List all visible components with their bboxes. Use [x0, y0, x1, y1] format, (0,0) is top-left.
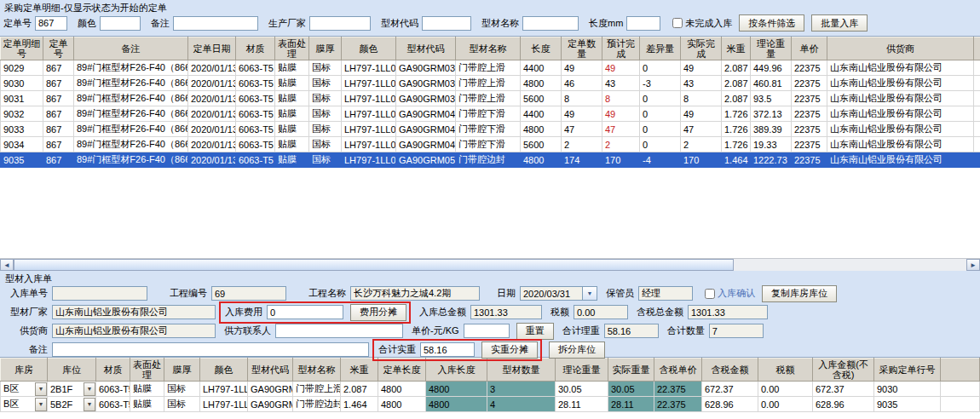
total-with-tax-field[interactable] [688, 305, 768, 319]
column-header[interactable]: 米重 [341, 359, 378, 382]
grid-cell[interactable]: GA90GRM04 [396, 137, 456, 152]
grid-cell[interactable]: B区▼ [1, 397, 48, 412]
column-header[interactable]: 型材名称 [456, 37, 521, 60]
chevron-down-icon[interactable]: ▼ [35, 382, 47, 396]
grid-cell[interactable]: LH797-1LL0 [342, 122, 396, 137]
grid-cell[interactable]: GA90GRM03 [396, 60, 456, 76]
scroll-right-icon[interactable]: ► [966, 259, 980, 271]
grid-cell[interactable]: 9031 [1, 91, 43, 106]
grid-cell[interactable]: 170 [602, 152, 640, 168]
keeper-field[interactable] [638, 286, 693, 301]
grid-cell[interactable]: 国标 [309, 76, 342, 91]
calendar-dropdown-icon[interactable]: ▼ [583, 286, 597, 301]
grid-cell[interactable]: 672.37 [702, 382, 758, 397]
grid-cell[interactable]: 628.96 [702, 397, 758, 412]
grid-cell[interactable]: 9035 [874, 397, 941, 412]
grid-cell[interactable]: 6063-T5 [236, 152, 275, 168]
grid-cell[interactable]: 174 [562, 152, 602, 168]
grid-cell[interactable]: 国标 [164, 382, 200, 397]
grid-cell[interactable]: 47 [681, 122, 722, 137]
project-no-field[interactable] [211, 286, 286, 301]
grid-cell[interactable]: 867 [43, 91, 74, 106]
grid-cell[interactable]: 门带腔边封 [456, 152, 521, 168]
grid-cell[interactable]: LH797-1LL0 [200, 382, 248, 397]
grid-cell[interactable]: 22375 [792, 76, 827, 91]
grid-cell[interactable] [974, 91, 980, 106]
grid-cell[interactable]: 89#门框型材F26-F40（866+867） [74, 122, 188, 137]
grid-cell[interactable]: 山东南山铝业股份有限公司 [827, 122, 974, 137]
grid-cell[interactable]: 9032 [1, 106, 43, 122]
grid-cell[interactable]: 28.11 [556, 397, 608, 412]
grid-cell[interactable]: 山东南山铝业股份有限公司 [827, 60, 974, 76]
grid-cell[interactable]: 93.5 [751, 91, 792, 106]
column-header[interactable]: 长度 [521, 37, 562, 60]
grid-cell[interactable]: GA90GRM03 [396, 91, 456, 106]
grid-cell[interactable]: 5600 [521, 137, 562, 152]
grid-cell[interactable]: 4800 [426, 382, 487, 397]
grid-cell[interactable]: 4400 [521, 106, 562, 122]
grid-cell[interactable]: 6063-T5 [236, 60, 275, 76]
column-header[interactable]: 含税单价 [654, 359, 702, 382]
grid-cell[interactable]: 6063-T5 [236, 122, 275, 137]
column-header[interactable]: 膜厚 [309, 37, 342, 60]
grid-cell[interactable]: 89#门框型材F26-F40（866+867） [74, 106, 188, 122]
column-header[interactable]: 表面处理 [130, 359, 164, 382]
filter-input-1[interactable] [35, 16, 67, 31]
copy-warehouse-location-button[interactable]: 复制库房库位 [762, 285, 837, 302]
grid-cell[interactable]: 4800 [521, 122, 562, 137]
grid-cell[interactable]: 672.37 [813, 382, 874, 397]
grid-cell[interactable]: 6063-T5 [236, 91, 275, 106]
grid-cell[interactable]: 4800 [378, 382, 426, 397]
actual-weight-allocate-button[interactable]: 实重分摊 [481, 342, 538, 359]
grid-cell[interactable]: LH797-1LL0 [342, 137, 396, 152]
grid-cell[interactable]: 6063-T5 [236, 137, 275, 152]
column-header[interactable]: 入库金额(不含税) [813, 359, 874, 382]
grid-cell[interactable]: 国标 [309, 122, 342, 137]
grid-cell[interactable]: 2.087 [722, 91, 751, 106]
filter-input-6[interactable] [522, 16, 579, 31]
grid-cell[interactable]: 贴膜 [130, 382, 164, 397]
grid-cell[interactable]: 867 [43, 60, 74, 76]
grid-cell[interactable]: 22375 [792, 60, 827, 76]
grid-row[interactable]: 902986789#门框型材F26-F40（866+867）2020/01/13… [1, 60, 980, 76]
filter-input-7[interactable] [626, 16, 660, 31]
grid-cell[interactable]: 2B1F▼ [48, 382, 96, 397]
grid-cell[interactable]: 22.375 [654, 397, 702, 412]
scrollbar-track[interactable] [734, 259, 966, 271]
grid-cell[interactable]: 43 [681, 76, 722, 91]
grid-cell[interactable]: 22.375 [654, 382, 702, 397]
column-header[interactable]: 定单明细号 [1, 37, 43, 60]
grid-cell[interactable]: 贴膜 [275, 106, 309, 122]
column-header[interactable]: 颜色 [342, 37, 396, 60]
grid-cell[interactable]: 22375 [792, 152, 827, 168]
chevron-down-icon[interactable]: ▼ [35, 398, 47, 411]
grid-cell[interactable]: 2 [562, 137, 602, 152]
grid-row[interactable]: B区▼5B2F▼6063-T5贴膜国标LH797-1LL0GA90GRM05门带… [1, 397, 980, 412]
grid-cell[interactable]: 1.464 [341, 397, 378, 412]
supplier-field[interactable] [52, 324, 216, 338]
grid-cell[interactable]: 89#门框型材F26-F40（866+867） [74, 91, 188, 106]
grid-cell[interactable]: LH797-1LL0 [200, 397, 248, 412]
project-name-field[interactable] [350, 286, 480, 301]
total-theory-weight-field[interactable] [604, 324, 659, 338]
column-header[interactable]: 定单日期 [188, 37, 236, 60]
grid-cell[interactable] [974, 152, 980, 168]
column-header[interactable]: 库房 [1, 359, 48, 382]
total-qty-field[interactable] [709, 324, 764, 338]
inbound-total-field[interactable] [470, 305, 542, 319]
remark-field[interactable] [52, 342, 369, 357]
grid-cell[interactable]: 门带腔上滑 [456, 76, 521, 91]
column-header[interactable]: 差异量 [640, 37, 681, 60]
grid-cell[interactable]: 山东南山铝业股份有限公司 [827, 152, 974, 168]
grid-cell[interactable]: 30.05 [608, 382, 654, 397]
batch-inbound-button[interactable]: 批量入库 [811, 14, 868, 32]
grid-cell[interactable]: 49 [562, 106, 602, 122]
grid-row[interactable]: 903386789#门框型材F26-F40（866+867）2020/01/13… [1, 122, 980, 137]
grid-cell[interactable]: 867 [43, 76, 74, 91]
column-header[interactable]: 库位 [48, 359, 96, 382]
grid-cell[interactable]: 贴膜 [275, 122, 309, 137]
grid-cell[interactable]: 8 [562, 91, 602, 106]
filter-input-2[interactable] [100, 16, 141, 31]
grid-cell[interactable]: 9035 [1, 152, 43, 168]
column-header[interactable]: 备注 [74, 37, 188, 60]
